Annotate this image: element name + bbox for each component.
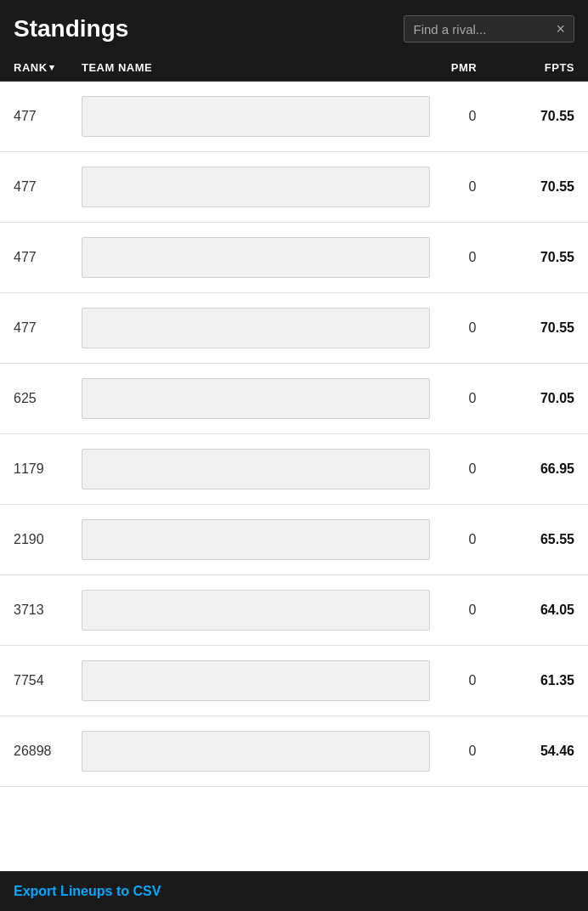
team-name-cell bbox=[82, 378, 430, 419]
rank-cell: 26898 bbox=[14, 744, 82, 759]
pmr-cell: 0 bbox=[447, 320, 498, 336]
team-name-cell bbox=[82, 519, 430, 560]
table-row[interactable]: 7754 0 61.35 bbox=[0, 646, 588, 716]
pmr-cell: 0 bbox=[447, 250, 498, 265]
column-headers: RANK ▾ TEAM NAME PMR FPTS bbox=[0, 54, 588, 82]
team-name-cell bbox=[82, 590, 430, 631]
pmr-cell: 0 bbox=[447, 391, 498, 406]
rank-cell: 477 bbox=[14, 179, 82, 195]
rank-cell: 625 bbox=[14, 391, 82, 406]
export-csv-link[interactable]: Export Lineups to CSV bbox=[14, 884, 161, 898]
rank-cell: 477 bbox=[14, 250, 82, 265]
fpts-cell: 70.05 bbox=[498, 391, 574, 406]
team-name-cell bbox=[82, 660, 430, 701]
rank-cell: 2190 bbox=[14, 532, 82, 547]
fpts-cell: 70.55 bbox=[498, 320, 574, 336]
team-name-cell bbox=[82, 449, 430, 489]
table-row[interactable]: 477 0 70.55 bbox=[0, 223, 588, 293]
fpts-cell: 65.55 bbox=[498, 532, 574, 547]
fpts-cell: 64.05 bbox=[498, 603, 574, 618]
table-row[interactable]: 3713 0 64.05 bbox=[0, 575, 588, 646]
table-row[interactable]: 477 0 70.55 bbox=[0, 293, 588, 364]
fpts-column-header: FPTS bbox=[498, 61, 574, 74]
rank-cell: 1179 bbox=[14, 461, 82, 477]
pmr-cell: 0 bbox=[447, 109, 498, 124]
fpts-cell: 70.55 bbox=[498, 179, 574, 195]
rival-search-input[interactable] bbox=[413, 22, 549, 37]
pmr-cell: 0 bbox=[447, 603, 498, 618]
fpts-cell: 61.35 bbox=[498, 673, 574, 688]
pmr-cell: 0 bbox=[447, 673, 498, 688]
standings-list[interactable]: 477 0 70.55 477 0 70.55 477 0 70.55 477 … bbox=[0, 82, 588, 871]
page-title: Standings bbox=[14, 15, 128, 42]
pmr-cell: 0 bbox=[447, 744, 498, 759]
header: Standings × bbox=[0, 0, 588, 54]
rival-search-box[interactable]: × bbox=[404, 15, 574, 42]
table-row[interactable]: 477 0 70.55 bbox=[0, 152, 588, 223]
rank-cell: 477 bbox=[14, 320, 82, 336]
team-name-cell bbox=[82, 731, 430, 772]
pmr-cell: 0 bbox=[447, 179, 498, 195]
close-button[interactable]: × bbox=[556, 21, 565, 37]
table-row[interactable]: 625 0 70.05 bbox=[0, 364, 588, 434]
fpts-cell: 54.46 bbox=[498, 744, 574, 759]
footer: Export Lineups to CSV bbox=[0, 871, 588, 911]
rank-column-header[interactable]: RANK ▾ bbox=[14, 61, 82, 74]
table-row[interactable]: 1179 0 66.95 bbox=[0, 434, 588, 505]
rank-cell: 477 bbox=[14, 109, 82, 124]
team-name-cell bbox=[82, 237, 430, 278]
team-name-cell bbox=[82, 167, 430, 207]
fpts-cell: 70.55 bbox=[498, 250, 574, 265]
team-column-header: TEAM NAME bbox=[82, 61, 430, 74]
fpts-cell: 66.95 bbox=[498, 461, 574, 477]
team-name-cell bbox=[82, 96, 430, 137]
table-row[interactable]: 2190 0 65.55 bbox=[0, 505, 588, 575]
rank-sort-icon: ▾ bbox=[49, 62, 55, 73]
team-name-cell bbox=[82, 308, 430, 348]
pmr-column-header: PMR bbox=[430, 61, 498, 74]
fpts-cell: 70.55 bbox=[498, 109, 574, 124]
rank-cell: 7754 bbox=[14, 673, 82, 688]
pmr-cell: 0 bbox=[447, 461, 498, 477]
rank-cell: 3713 bbox=[14, 603, 82, 618]
table-row[interactable]: 26898 0 54.46 bbox=[0, 716, 588, 787]
table-row[interactable]: 477 0 70.55 bbox=[0, 82, 588, 152]
pmr-cell: 0 bbox=[447, 532, 498, 547]
